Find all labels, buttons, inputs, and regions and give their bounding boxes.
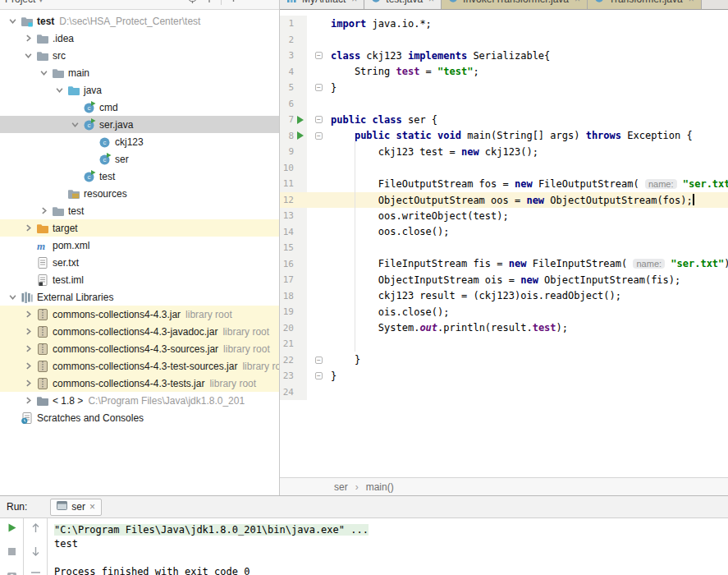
chevron-right-icon[interactable] bbox=[21, 380, 36, 387]
chevron-right-icon[interactable] bbox=[21, 310, 36, 318]
close-icon[interactable]: × bbox=[575, 0, 580, 5]
code-line-8[interactable]: 8− public static void main(String[] args… bbox=[280, 128, 728, 145]
tree-row-commons-collections4-4.3-tests.jar[interactable]: commons-collections4-4.3-tests.jarlibrar… bbox=[0, 375, 279, 392]
code-line-24[interactable]: 24 bbox=[280, 384, 728, 401]
tree-row-test[interactable]: ctest bbox=[0, 168, 279, 185]
code-line-14[interactable]: 14 oos.close(); bbox=[280, 224, 728, 241]
text-caret bbox=[693, 194, 694, 205]
chevron-down-icon[interactable] bbox=[21, 52, 36, 59]
editor-tab-myartifact[interactable]: MyArtifact× bbox=[280, 0, 364, 10]
fold-marker-icon[interactable]: − bbox=[307, 356, 331, 364]
code-line-16[interactable]: 16 FileInputStream fis = new FileInputSt… bbox=[280, 256, 728, 273]
tree-row-commons-collections4-4.3.jar[interactable]: commons-collections4-4.3.jarlibrary root bbox=[0, 306, 279, 323]
editor-tab-invokertransformer-java[interactable]: cInvokerTransformer.java× bbox=[442, 0, 588, 10]
tree-item-label: ser bbox=[115, 154, 129, 165]
code-line-18[interactable]: 18 ckj123 result = (ckj123)ois.readObjec… bbox=[280, 288, 728, 305]
tree-row--1.8-[interactable]: < 1.8 >C:\Program Files\Java\jdk1.8.0_20… bbox=[0, 392, 279, 409]
run-line-icon[interactable] bbox=[294, 131, 307, 140]
chevron-right-icon[interactable] bbox=[21, 34, 36, 42]
code-line-13[interactable]: 13 oos.writeObject(test); bbox=[280, 208, 728, 224]
code-line-22[interactable]: 22− } bbox=[280, 352, 728, 369]
tree-row-test[interactable]: testD:\sec\HSA_Protect_Center\test bbox=[0, 12, 279, 30]
tree-row-commons-collections4-4.3-test-sources.jar[interactable]: commons-collections4-4.3-test-sources.ja… bbox=[0, 357, 279, 375]
code-line-10[interactable]: 10 bbox=[280, 160, 728, 177]
close-icon[interactable]: × bbox=[351, 0, 357, 5]
svg-text:c: c bbox=[88, 104, 91, 112]
code-line-1[interactable]: 1import java.io.*; bbox=[280, 16, 728, 32]
tree-row-scratches-and-consoles[interactable]: Scratches and Consoles bbox=[0, 409, 279, 426]
soft-wrap-icon[interactable] bbox=[30, 570, 41, 575]
gutter: 22 bbox=[280, 352, 307, 369]
tree-item-label: resources bbox=[84, 188, 127, 200]
tree-row-commons-collections4-4.3-sources.jar[interactable]: commons-collections4-4.3-sources.jarlibr… bbox=[0, 340, 279, 357]
code-line-7[interactable]: 7−public class ser { bbox=[280, 112, 728, 128]
tree-row-ckj123[interactable]: cckj123 bbox=[0, 133, 279, 150]
tree-row-main[interactable]: main bbox=[0, 64, 279, 81]
code-line-11[interactable]: 11 FileOutputStream fos = new FileOutput… bbox=[280, 176, 728, 192]
code-editor[interactable]: 1import java.io.*;23−class ckj123 implem… bbox=[280, 10, 728, 477]
fold-marker-icon[interactable]: − bbox=[307, 132, 331, 140]
chevron-down-icon[interactable] bbox=[67, 121, 83, 128]
code-line-6[interactable]: 6 bbox=[280, 96, 728, 113]
tree-row-cmd[interactable]: ccmd bbox=[0, 99, 279, 116]
settings-icon[interactable] bbox=[228, 0, 239, 6]
editor-tab-transformer-java[interactable]: cTransformer.java× bbox=[588, 0, 702, 10]
chevron-right-icon[interactable] bbox=[21, 224, 36, 232]
stop-icon[interactable] bbox=[7, 546, 17, 559]
tree-row-target[interactable]: target bbox=[0, 219, 279, 237]
camera-icon[interactable] bbox=[7, 570, 17, 575]
code-line-3[interactable]: 3−class ckj123 implements Serializable{ bbox=[280, 48, 728, 64]
fold-marker-icon[interactable]: − bbox=[307, 84, 331, 91]
code-line-20[interactable]: 20 System.out.println(result.test); bbox=[280, 320, 728, 337]
tree-row-src[interactable]: src bbox=[0, 47, 279, 64]
chevron-right-icon[interactable] bbox=[21, 362, 36, 370]
close-icon[interactable]: × bbox=[428, 0, 434, 5]
close-icon[interactable]: × bbox=[89, 501, 95, 513]
code-line-21[interactable]: 21 bbox=[280, 336, 728, 352]
tree-row-.idea[interactable]: .idea bbox=[0, 30, 279, 47]
tree-row-pom.xml[interactable]: mpom.xml bbox=[0, 237, 279, 254]
editor-tab-test-java[interactable]: ctest.java× bbox=[364, 0, 442, 10]
code-line-17[interactable]: 17 ObjectInputStream ois = new ObjectInp… bbox=[280, 272, 728, 288]
code-line-9[interactable]: 9 ckj123 test = new ckj123(); bbox=[280, 144, 728, 160]
chevron-down-icon[interactable] bbox=[5, 17, 21, 25]
tree-row-resources[interactable]: resources bbox=[0, 185, 279, 202]
fold-marker-icon[interactable]: − bbox=[307, 372, 331, 380]
chevron-down-icon[interactable] bbox=[36, 69, 52, 76]
tree-row-test.iml[interactable]: test.iml bbox=[0, 271, 279, 288]
code-line-4[interactable]: 4 String test = "test"; bbox=[280, 64, 728, 80]
run-tab-ser[interactable]: ser × bbox=[50, 499, 102, 516]
project-panel-title[interactable]: Project bbox=[5, 0, 35, 5]
code-line-23[interactable]: 23−} bbox=[280, 368, 728, 384]
code-line-15[interactable]: 15 bbox=[280, 240, 728, 256]
code-line-2[interactable]: 2 bbox=[280, 32, 728, 48]
run-line-icon[interactable] bbox=[294, 116, 307, 124]
up-arrow-icon[interactable] bbox=[30, 522, 41, 536]
chevron-right-icon[interactable] bbox=[21, 345, 36, 352]
rerun-icon[interactable] bbox=[7, 522, 17, 536]
down-arrow-icon[interactable] bbox=[30, 546, 41, 559]
fold-marker-icon[interactable]: − bbox=[307, 116, 331, 123]
code-line-5[interactable]: 5−} bbox=[280, 80, 728, 96]
chevron-right-icon[interactable] bbox=[36, 207, 52, 214]
collapse-all-icon[interactable] bbox=[204, 0, 214, 6]
folder-icon bbox=[52, 67, 65, 80]
chevron-down-icon[interactable] bbox=[52, 86, 67, 94]
tree-row-test[interactable]: test bbox=[0, 202, 279, 219]
tree-row-external-libraries[interactable]: External Libraries bbox=[0, 288, 279, 306]
tree-row-ser[interactable]: cser bbox=[0, 150, 279, 168]
tree-row-commons-collections4-4.3-javadoc.jar[interactable]: commons-collections4-4.3-javadoc.jarlibr… bbox=[0, 323, 279, 340]
chevron-right-icon[interactable] bbox=[21, 397, 36, 404]
locate-icon[interactable] bbox=[187, 0, 198, 6]
code-line-19[interactable]: 19 ois.close(); bbox=[280, 304, 728, 320]
chevron-down-icon[interactable] bbox=[5, 293, 21, 301]
tree-row-java[interactable]: java bbox=[0, 81, 279, 99]
chevron-right-icon[interactable] bbox=[21, 328, 36, 335]
tree-row-ser.txt[interactable]: ser.txt bbox=[0, 254, 279, 271]
tree-row-ser.java[interactable]: cser.java bbox=[0, 116, 279, 133]
code-line-12[interactable]: 12 ObjectOutputStream oos = new ObjectOu… bbox=[280, 192, 728, 209]
breadcrumb-item-main[interactable]: main() bbox=[366, 481, 394, 493]
fold-marker-icon[interactable]: − bbox=[307, 52, 331, 59]
breadcrumb-item-ser[interactable]: ser bbox=[334, 481, 348, 493]
close-icon[interactable]: × bbox=[689, 0, 694, 5]
